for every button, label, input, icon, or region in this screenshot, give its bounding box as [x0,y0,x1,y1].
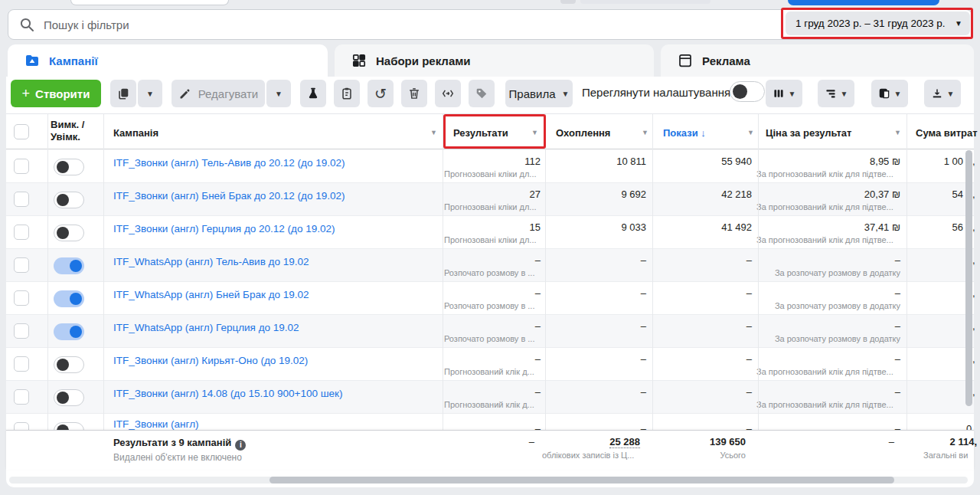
column-header-spend[interactable]: Сума витрат [916,127,978,139]
edit-button-label: Редагувати [198,87,259,100]
select-all-checkbox[interactable] [14,124,29,139]
campaign-link[interactable]: ITF_Звонки (англ) Бней Брак до 20.12 (до… [113,190,345,202]
campaign-link[interactable]: ITF_Звонки (англ) Тель-Авив до 20.12 (до… [113,157,345,169]
row-checkbox[interactable] [14,257,29,273]
column-divider [906,114,907,470]
truncated-button-fragment [560,0,576,4]
sort-caret-icon[interactable]: ▼ [894,129,901,136]
tab-ads[interactable]: Реклама [661,44,974,77]
results-value: – [444,353,541,365]
export-button[interactable]: ▼ [924,80,961,107]
sort-caret-icon[interactable]: ▼ [430,129,437,136]
ab-test-button[interactable] [300,80,326,107]
column-header-campaign[interactable]: Кампанія [113,127,158,139]
campaign-link[interactable]: ITF_WhatsApp (англ) Герцлия до 19.02 [113,322,299,333]
column-divider [443,114,443,470]
edit-button[interactable]: Редагувати [172,80,265,107]
table-row: ITF_WhatsApp (англ) Бней Брак до 19.02 –… [6,282,974,315]
pixel-code-button[interactable] [435,80,461,107]
column-header-results[interactable]: Результати [453,127,508,139]
reports-button[interactable]: ▼ [871,80,908,107]
campaign-link[interactable]: ITF_WhatsApp (англ) Тель-Авив до 19.02 [113,256,309,267]
campaign-toggle[interactable] [54,225,84,241]
tab-campaigns-label: Кампанії [49,54,98,67]
campaign-toggle[interactable] [54,159,84,175]
horizontal-scrollbar-thumb[interactable] [270,477,894,484]
campaign-toggle[interactable] [54,290,84,307]
undo-button[interactable]: ↺ [368,80,394,107]
reach-value: – [547,254,646,266]
row-checkbox[interactable] [14,389,29,405]
ads-manager-screen: Пошук і фільтри 1 груд 2023 р. – 31 груд… [0,0,980,495]
adsets-grid-icon [351,53,367,68]
delete-button[interactable] [401,80,427,107]
row-checkbox[interactable] [14,356,29,372]
column-header-toggle: Вимк. / Увімк. [51,119,84,143]
row-checkbox[interactable] [14,159,29,174]
sort-caret-icon[interactable]: ▼ [642,129,648,136]
campaign-link[interactable]: ITF_Звонки (англ) [113,418,199,430]
column-header-cost-per-result[interactable]: Ціна за результат [766,127,851,139]
tab-adsets[interactable]: Набори реклами [335,44,654,77]
campaign-toggle[interactable] [54,192,84,208]
duplicate-button[interactable] [110,80,136,107]
duplicate-menu-button[interactable]: ▼ [138,80,162,107]
column-divider [103,114,104,470]
columns-button[interactable]: ▼ [766,80,802,107]
results-subtext: Прогнозований клік д... [444,367,541,376]
edit-menu-button[interactable]: ▼ [266,80,291,107]
row-checkbox[interactable] [14,422,29,430]
row-checkbox[interactable] [14,323,29,339]
results-subtext: Розпочато розмову в ... [444,301,541,310]
results-value: 27 [444,188,541,200]
truncated-input-fragment[interactable] [70,0,229,5]
truncated-primary-button-fragment[interactable] [788,0,939,5]
info-icon[interactable]: i [235,440,246,451]
table-row: ITF_Звонки (англ) Кирьят-Оно (до 19.02) … [6,348,974,381]
campaign-toggle[interactable] [54,422,84,430]
table-row: ITF_Звонки (англ) Герцлия до 20.12 (до 1… [6,216,974,249]
campaign-link[interactable]: ITF_Звонки (англ) Кирьят-Оно (до 19.02) [113,355,308,366]
campaign-toggle[interactable] [54,257,84,274]
column-header-impressions[interactable]: Покази ↓ [663,127,706,139]
summary-note: Видалені об'єкти не включено [113,452,242,463]
tag-button[interactable] [469,80,495,107]
results-value: – [444,423,541,430]
review-settings-label: Переглянути налаштування [582,86,730,99]
breakdown-button[interactable]: ▼ [818,80,854,107]
campaign-link[interactable]: ITF_Звонки (англ) Герцлия до 20.12 (до 1… [113,223,335,234]
sort-caret-icon[interactable]: ▼ [747,129,754,136]
campaigns-folder-icon [24,53,40,68]
row-checkbox[interactable] [14,290,29,306]
tab-campaigns[interactable]: Кампанії [8,44,328,77]
reach-value: 10 811 [547,156,646,167]
summary-reach-subtext: облікових записів із Ц... [542,451,642,460]
tab-adsets-label: Набори реклами [376,54,471,67]
toggle-knob [733,84,747,99]
cpr-value: 8,95 ₪ [756,156,900,167]
campaign-link[interactable]: ITF_Звонки (англ) 14.08 (до 15.10 900+10… [113,388,342,399]
create-button[interactable]: + Створити [11,80,101,107]
spend-edge-fragment: , [972,188,980,200]
cpr-value: – [756,254,900,266]
campaign-toggle[interactable] [54,323,84,340]
clipboard-icon [340,87,354,100]
row-checkbox[interactable] [14,192,29,207]
breakdown-icon [825,87,837,100]
review-settings-toggle[interactable] [730,81,765,102]
chevron-down-icon: ▼ [146,90,154,98]
row-checkbox[interactable] [14,225,29,240]
chevron-down-icon: ▼ [841,90,848,98]
duplicate-icon [116,87,130,100]
clipboard-button[interactable] [334,80,360,107]
campaign-link[interactable]: ITF_WhatsApp (англ) Бней Брак до 19.02 [113,289,309,300]
column-header-reach[interactable]: Охоплення [556,127,610,139]
campaign-toggle[interactable] [54,389,84,406]
summary-reach[interactable]: 25 288 [541,436,640,447]
campaign-toggle[interactable] [54,356,84,373]
date-range-selector[interactable]: 1 груд 2023 р. – 31 груд 2023 р. ▼ [786,11,970,35]
table-row: ITF_Звонки (англ) 14.08 (до 15.10 900+10… [6,381,974,414]
sort-caret-icon[interactable]: ▼ [531,129,538,136]
rules-button[interactable]: Правила ▼ [505,80,573,107]
vertical-scrollbar[interactable] [965,150,972,406]
